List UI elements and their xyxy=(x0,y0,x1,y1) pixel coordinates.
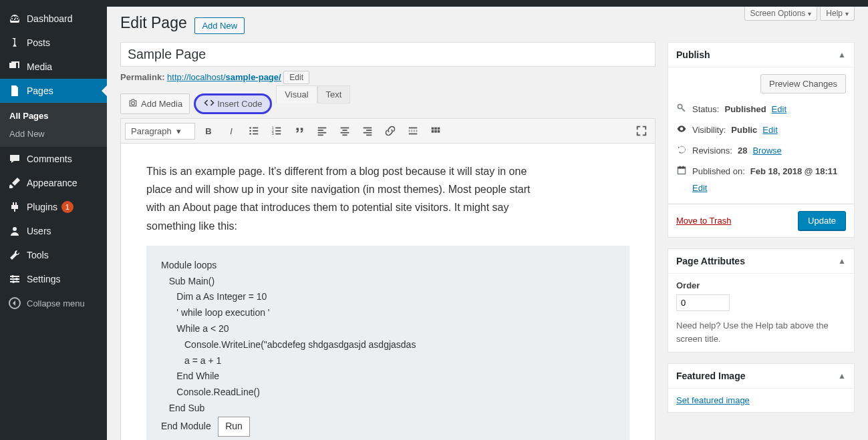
svg-point-42 xyxy=(678,104,682,108)
pin-icon xyxy=(8,36,21,49)
publish-box: Publish ▲ Preview Changes Status: Publis… xyxy=(668,42,855,238)
page-attributes-box: Page Attributes ▲ Order Need help? Use t… xyxy=(668,248,855,353)
order-input[interactable] xyxy=(676,294,730,311)
content-paragraph: This is an example page. It's different … xyxy=(146,162,534,235)
svg-point-5 xyxy=(15,278,18,280)
edit-slug-button[interactable]: Edit xyxy=(283,71,309,84)
collapse-menu[interactable]: Collapse menu xyxy=(0,291,107,315)
screen-options-tab[interactable]: Screen Options xyxy=(744,7,818,21)
post-title-input[interactable] xyxy=(120,42,656,67)
svg-point-4 xyxy=(11,275,14,278)
permalink-row: Permalink: http://localhost/sample-page/… xyxy=(120,71,656,84)
insert-code-label: Insert Code xyxy=(217,99,262,109)
blockquote-button[interactable] xyxy=(290,122,309,140)
menu-comments[interactable]: Comments xyxy=(0,147,107,171)
menu-plugins[interactable]: Plugins 1 xyxy=(0,195,107,219)
code-block: Module loops Sub Main() Dim a As Integer… xyxy=(146,246,629,440)
publish-title: Publish xyxy=(676,49,710,60)
preview-button[interactable]: Preview Changes xyxy=(760,74,846,93)
menu-posts[interactable]: Posts xyxy=(0,31,107,55)
svg-rect-45 xyxy=(680,166,681,168)
svg-rect-14 xyxy=(253,134,258,135)
fullscreen-button[interactable] xyxy=(632,122,651,140)
svg-rect-41 xyxy=(438,130,440,133)
permalink-link[interactable]: http://localhost/sample-page/ xyxy=(167,72,281,82)
settings-icon xyxy=(8,272,21,286)
tab-text[interactable]: Text xyxy=(317,85,351,103)
menu-media[interactable]: Media xyxy=(0,55,107,79)
key-icon xyxy=(676,103,687,116)
svg-point-6 xyxy=(12,280,15,283)
menu-label: Comments xyxy=(27,154,72,164)
editor-content[interactable]: This is an example page. It's different … xyxy=(120,144,656,440)
svg-rect-28 xyxy=(342,134,347,136)
svg-rect-25 xyxy=(341,128,349,129)
menu-pages[interactable]: Pages xyxy=(0,79,107,103)
submenu-add-new[interactable]: Add New xyxy=(0,125,107,143)
add-new-button[interactable]: Add New xyxy=(194,17,245,34)
published-value: Feb 18, 2018 @ 18:11 xyxy=(750,166,837,176)
svg-rect-21 xyxy=(318,128,327,129)
insert-code-button[interactable]: Insert Code xyxy=(194,93,272,114)
attributes-help: Need help? Use the Help tab above the sc… xyxy=(676,319,846,345)
edit-visibility-link[interactable]: Edit xyxy=(762,125,777,135)
revisions-icon xyxy=(676,144,687,157)
run-button[interactable]: Run xyxy=(218,417,250,437)
menu-settings[interactable]: Settings xyxy=(0,267,107,291)
link-button[interactable] xyxy=(381,122,400,140)
editor-toolbar: Paragraph ▾ B I 123 xyxy=(120,118,656,144)
menu-dashboard[interactable]: Dashboard xyxy=(0,7,107,31)
menu-label: Appearance xyxy=(27,178,78,188)
svg-rect-20 xyxy=(275,134,281,135)
menu-tools[interactable]: Tools xyxy=(0,243,107,267)
set-featured-image-link[interactable]: Set featured image xyxy=(676,395,750,405)
pages-icon xyxy=(8,84,21,97)
help-tab[interactable]: Help xyxy=(820,7,855,21)
tools-icon xyxy=(8,248,21,262)
code-icon xyxy=(204,97,214,110)
status-value: Published xyxy=(724,104,766,114)
admin-sidebar: Dashboard Posts Media Pages All Pages Ad… xyxy=(0,0,107,440)
toolbar-toggle-button[interactable] xyxy=(426,122,445,140)
featured-title: Featured Image xyxy=(676,371,745,381)
menu-users[interactable]: Users xyxy=(0,219,107,243)
svg-rect-32 xyxy=(366,134,372,136)
edit-status-link[interactable]: Edit xyxy=(772,104,786,114)
align-center-button[interactable] xyxy=(335,122,354,140)
bullet-list-button[interactable] xyxy=(245,122,263,140)
collapse-label: Collapse menu xyxy=(27,298,85,308)
tab-visual[interactable]: Visual xyxy=(276,85,317,103)
attributes-header[interactable]: Page Attributes ▲ xyxy=(668,249,854,274)
svg-rect-40 xyxy=(434,130,437,133)
attributes-title: Page Attributes xyxy=(676,256,745,266)
svg-point-9 xyxy=(249,127,251,129)
edit-date-link[interactable]: Edit xyxy=(692,183,707,193)
readmore-button[interactable] xyxy=(404,122,422,140)
users-icon xyxy=(8,224,21,238)
featured-header[interactable]: Featured Image ▲ xyxy=(668,364,854,389)
svg-rect-29 xyxy=(364,128,372,129)
submenu-pages: All Pages Add New xyxy=(0,103,107,147)
submenu-all-pages[interactable]: All Pages xyxy=(0,107,107,125)
move-to-trash-link[interactable]: Move to Trash xyxy=(676,216,731,226)
camera-icon xyxy=(128,97,138,110)
chevron-up-icon: ▲ xyxy=(838,371,846,381)
calendar-icon xyxy=(676,165,687,178)
bold-button[interactable]: B xyxy=(199,122,218,140)
comments-icon xyxy=(8,152,21,166)
svg-point-13 xyxy=(249,133,251,135)
menu-label: Settings xyxy=(27,274,61,284)
italic-button[interactable]: I xyxy=(222,122,241,140)
add-media-label: Add Media xyxy=(141,99,182,109)
publish-header[interactable]: Publish ▲ xyxy=(668,43,854,67)
svg-rect-10 xyxy=(253,128,258,129)
svg-point-0 xyxy=(13,227,17,231)
format-select[interactable]: Paragraph ▾ xyxy=(125,123,195,140)
align-left-button[interactable] xyxy=(313,122,331,140)
align-right-button[interactable] xyxy=(358,122,377,140)
update-button[interactable]: Update xyxy=(798,211,846,230)
numbered-list-button[interactable]: 123 xyxy=(267,122,286,140)
add-media-button[interactable]: Add Media xyxy=(120,93,190,114)
browse-revisions-link[interactable]: Browse xyxy=(752,146,781,156)
menu-appearance[interactable]: Appearance xyxy=(0,171,107,195)
